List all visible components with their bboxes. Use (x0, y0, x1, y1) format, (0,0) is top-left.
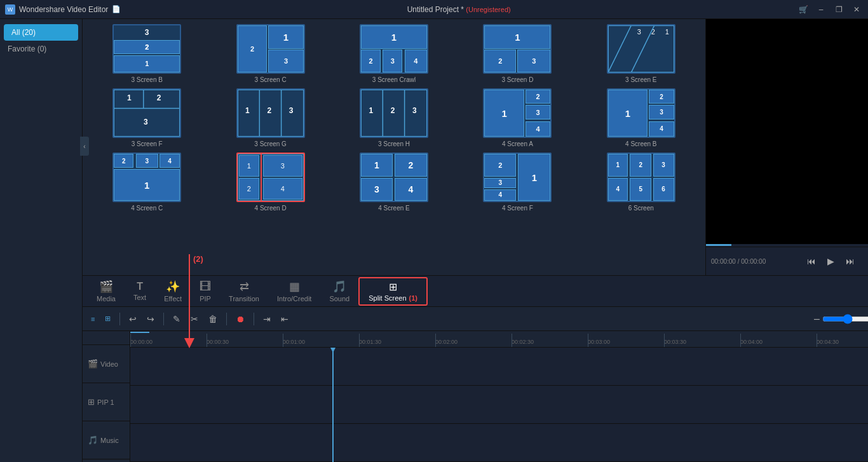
template-grid: 2 1 3 2 3 Screen B 2 (88, 24, 700, 212)
ruler-mark-6: 00:03:00 (588, 334, 610, 348)
template-3screenh[interactable]: 1 2 3 3 Screen H (335, 88, 453, 147)
split-screen-grid: 2 1 3 2 3 Screen B 2 (83, 19, 705, 275)
tab-effect[interactable]: ✨ Effect (155, 277, 191, 305)
thumb-3screend: 1 2 3 (483, 24, 552, 74)
video-track-icon: 🎬 (88, 359, 98, 369)
template-4screenb[interactable]: 1 2 3 4 4 Screen B (582, 88, 700, 147)
cart-icon[interactable]: 🛒 (797, 5, 810, 14)
thumb-4screenf: 2 1 3 4 (483, 153, 552, 202)
thumb-3screene: 1 2 3 (607, 24, 675, 74)
project-title: Untitled Project * (407, 5, 464, 14)
thumb-4screend: 1 2 3 4 (236, 153, 305, 202)
svg-line-0 (608, 25, 631, 72)
collapse-sidebar-button[interactable]: ‹ (80, 137, 89, 156)
template-4screenc[interactable]: 2 3 4 1 4 Screen C (88, 153, 206, 212)
sound-icon: 🎵 (332, 280, 346, 294)
track-label-video: 🎬 Video (83, 345, 130, 383)
template-3screencrawl[interactable]: 1 2 3 4 3 Screen Crawl (335, 24, 453, 83)
label-3screencrawl: 3 Screen Crawl (372, 76, 416, 83)
undo-button[interactable]: ↩ (126, 312, 140, 326)
record-button[interactable]: ⏺ (233, 312, 248, 326)
tab-media-label: Media (97, 295, 116, 302)
preview-controls: 00:00:00 / 00:00:00 ⏮ ▶ ⏭ 🔊 📷 ⛶ (706, 247, 868, 275)
label-4screena: 4 Screen A (502, 140, 533, 147)
timeline-view-toggle[interactable]: ≡ (88, 313, 98, 325)
unregistered-label: (Unregistered) (466, 6, 510, 13)
tab-media[interactable]: 🎬 Media (88, 277, 125, 305)
zoom-slider[interactable] (822, 314, 868, 324)
ruler-mark-5: 00:02:30 (512, 334, 534, 348)
zoom-out-button[interactable]: – (814, 313, 820, 325)
tab-splitscreen-annotation: (1) (409, 294, 417, 302)
timeline-tracks-body (130, 348, 868, 462)
media-icon: 🎬 (99, 280, 113, 294)
ruler-mark-3: 00:01:30 (359, 334, 381, 348)
template-3screenf[interactable]: 1 2 3 3 Screen F (88, 88, 206, 147)
titlebar-center: Untitled Project * (Unregistered) (407, 5, 511, 14)
template-4screenf[interactable]: 2 1 3 4 4 Screen F (458, 153, 576, 212)
preview-video (706, 19, 868, 244)
ruler-mark-9: 00:04:30 (817, 334, 839, 348)
cut-button[interactable]: ✂ (187, 312, 201, 326)
redo-button[interactable]: ↪ (144, 312, 158, 326)
thumb-3screenc: 2 1 3 (236, 24, 305, 74)
thumb-6screen: 1 2 3 4 5 6 (607, 153, 675, 202)
thumb-4screene: 1 2 3 4 (360, 153, 428, 202)
detach-audio-button[interactable]: ⇥ (260, 312, 274, 326)
tab-sound[interactable]: 🎵 Sound (320, 277, 358, 305)
music-track-icon: 🎵 (88, 435, 98, 445)
template-4screend[interactable]: 1 2 3 4 4 Screen D (211, 153, 329, 212)
template-3screeng[interactable]: 1 2 3 3 Screen G (211, 88, 329, 147)
template-4screene[interactable]: 1 2 3 4 4 Screen E (335, 153, 453, 212)
speed-button[interactable]: ⇤ (278, 312, 292, 326)
thumb-3screenb: 2 1 3 2 (112, 24, 181, 74)
thumb-3screenh: 1 2 3 (360, 88, 428, 138)
tab-sound-label: Sound (329, 295, 349, 302)
toolbar-separator-4 (254, 313, 254, 325)
label-4screenf: 4 Screen F (502, 205, 533, 212)
sidebar-item-favorite[interactable]: Favorite (0) (0, 41, 82, 57)
prev-frame-button[interactable]: ⏮ (804, 255, 818, 268)
titlebar-right: 🛒 – ❐ ✕ (797, 5, 863, 14)
template-6screen[interactable]: 1 2 3 4 5 6 6 Screen (582, 153, 700, 212)
template-3screend[interactable]: 1 2 3 3 Screen D (458, 24, 576, 83)
restore-button[interactable]: ❐ (832, 5, 845, 14)
tab-pip[interactable]: 🎞 PIP (191, 278, 220, 305)
ruler-mark-2: 00:01:00 (283, 334, 305, 348)
minimize-button[interactable]: – (815, 5, 827, 14)
close-button[interactable]: ✕ (850, 5, 863, 14)
music-track-row (130, 424, 868, 462)
thumb-4screenc: 2 3 4 1 (112, 153, 181, 202)
app-name: Wondershare Video Editor (19, 5, 108, 14)
video-track-label: Video (100, 360, 118, 368)
next-frame-button[interactable]: ⏭ (843, 255, 857, 268)
sidebar: All (20) Favorite (0) (0, 19, 83, 462)
thumb-4screena: 1 2 3 4 (483, 88, 552, 138)
template-3screene[interactable]: 1 2 3 3 Screen E (582, 24, 700, 83)
tabs-bar: 🎬 Media T Text ✨ Effect 🎞 PIP ⇄ Transiti… (83, 275, 868, 307)
pip-icon: 🎞 (200, 280, 211, 294)
tab-introcredit-label: Intro/Credit (277, 295, 311, 302)
sidebar-item-all[interactable]: All (20) (4, 24, 78, 41)
toolbar-separator-2 (163, 313, 164, 325)
label-3screeng: 3 Screen G (254, 140, 287, 147)
playhead[interactable] (332, 348, 334, 462)
edit-button[interactable]: ✎ (170, 312, 184, 326)
timeline-tracks[interactable]: 00:00:00 00:00:30 00:01:00 00:01:30 00:0… (130, 331, 868, 462)
label-4screenb: 4 Screen B (625, 140, 656, 147)
tab-text[interactable]: T Text (125, 278, 155, 304)
timeline-grid-toggle[interactable]: ⊞ (102, 313, 114, 325)
preview-panel: 00:00:00 / 00:00:00 ⏮ ▶ ⏭ 🔊 📷 ⛶ (705, 19, 868, 275)
tab-splitscreen[interactable]: ⊞ Split Screen (1) (358, 277, 428, 306)
template-4screena[interactable]: 1 2 3 4 4 Screen A (458, 88, 576, 147)
pip1-track-label: PIP 1 (97, 398, 114, 406)
tab-introcredit[interactable]: ▦ Intro/Credit (268, 277, 320, 305)
template-3screenc[interactable]: 2 1 3 3 Screen C (211, 24, 329, 83)
play-button[interactable]: ▶ (825, 255, 837, 268)
tab-transition[interactable]: ⇄ Transition (220, 277, 268, 305)
delete-button[interactable]: 🗑 (205, 312, 220, 326)
label-3screenb: 3 Screen B (131, 76, 162, 83)
label-3screenh: 3 Screen H (378, 140, 410, 147)
tab-text-label: Text (133, 294, 146, 301)
template-3screenb[interactable]: 2 1 3 2 3 Screen B (88, 24, 206, 83)
